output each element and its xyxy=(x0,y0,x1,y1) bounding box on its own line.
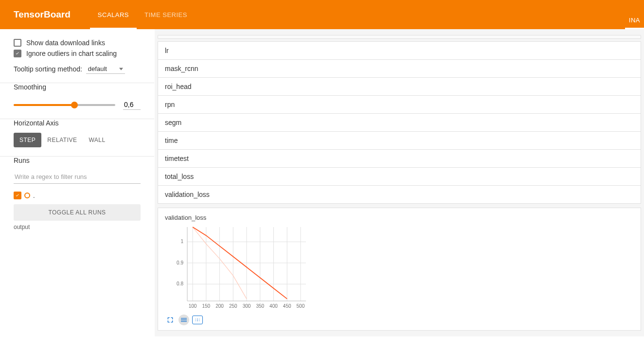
header-tabs: SCALARS TIME SERIES xyxy=(90,0,195,29)
svg-text:200: 200 xyxy=(215,303,224,309)
app-header: TensorBoard SCALARS TIME SERIES INA xyxy=(0,0,644,29)
tag-row[interactable]: rpn xyxy=(158,95,641,114)
tag-row[interactable]: timetest xyxy=(158,149,641,168)
tag-row[interactable]: total_loss xyxy=(158,167,641,186)
run-checkbox[interactable] xyxy=(14,192,21,199)
runs-title: Runs xyxy=(14,157,141,164)
tab-time-series[interactable]: TIME SERIES xyxy=(137,0,195,29)
fullscreen-icon[interactable] xyxy=(165,315,176,325)
main-panel: lrmask_rcnnroi_headrpnsegmtimetimetestto… xyxy=(155,29,644,336)
header-right-label[interactable]: INA xyxy=(625,17,644,29)
svg-text:100: 100 xyxy=(189,303,197,309)
tab-scalars[interactable]: SCALARS xyxy=(90,0,137,29)
chart-toolbar xyxy=(165,315,634,325)
axis-relative-button[interactable]: RELATIVE xyxy=(41,133,83,147)
svg-text:300: 300 xyxy=(243,303,251,309)
run-radio[interactable] xyxy=(24,193,30,198)
svg-text:350: 350 xyxy=(256,303,264,309)
horizontal-axis-label: Horizontal Axis xyxy=(14,119,141,127)
tag-row[interactable]: lr xyxy=(158,41,641,60)
fit-domain-icon[interactable] xyxy=(192,316,203,324)
ignore-outliers-checkbox[interactable] xyxy=(14,50,21,57)
svg-text:500: 500 xyxy=(297,303,305,309)
chart-title: validation_loss xyxy=(165,214,634,221)
svg-text:1: 1 xyxy=(180,239,183,244)
svg-text:250: 250 xyxy=(229,303,237,309)
run-dot-label: . xyxy=(33,192,35,199)
svg-text:450: 450 xyxy=(283,303,291,309)
runs-path-label: output xyxy=(14,224,141,230)
tag-row[interactable]: validation_loss xyxy=(158,185,641,204)
axis-step-button[interactable]: STEP xyxy=(14,133,41,147)
tag-row[interactable]: roi_head xyxy=(158,77,641,96)
chart-card: validation_loss 100150200250300350400450… xyxy=(158,208,641,331)
line-toggle-icon[interactable] xyxy=(179,315,189,325)
show-download-links-label: Show data download links xyxy=(26,39,105,47)
tooltip-sorting-select[interactable]: default xyxy=(86,64,125,74)
app-title: TensorBoard xyxy=(14,9,71,20)
smoothing-value-input[interactable] xyxy=(123,100,141,110)
axis-wall-button[interactable]: WALL xyxy=(83,133,111,147)
toggle-all-runs-button[interactable]: TOGGLE ALL RUNS xyxy=(14,204,141,221)
svg-text:150: 150 xyxy=(202,303,210,309)
ignore-outliers-label: Ignore outliers in chart scaling xyxy=(26,50,117,57)
svg-text:0.9: 0.9 xyxy=(177,260,183,265)
card-head-bar xyxy=(158,35,641,39)
tag-row[interactable]: segm xyxy=(158,113,641,132)
chart-area[interactable]: 1001502002503003504004505000.80.91 xyxy=(165,224,311,312)
tag-row[interactable]: mask_rcnn xyxy=(158,59,641,78)
svg-text:400: 400 xyxy=(269,303,278,309)
svg-text:0.8: 0.8 xyxy=(177,281,183,286)
smoothing-slider[interactable] xyxy=(14,104,115,106)
tooltip-sorting-label: Tooltip sorting method: xyxy=(14,65,82,73)
tag-row[interactable]: time xyxy=(158,131,641,150)
tooltip-sorting-value: default xyxy=(88,65,107,72)
show-download-links-checkbox[interactable] xyxy=(14,39,21,47)
smoothing-label: Smoothing xyxy=(14,83,141,91)
runs-filter-input[interactable] xyxy=(14,170,141,184)
sidebar: Show data download links Ignore outliers… xyxy=(0,29,155,336)
